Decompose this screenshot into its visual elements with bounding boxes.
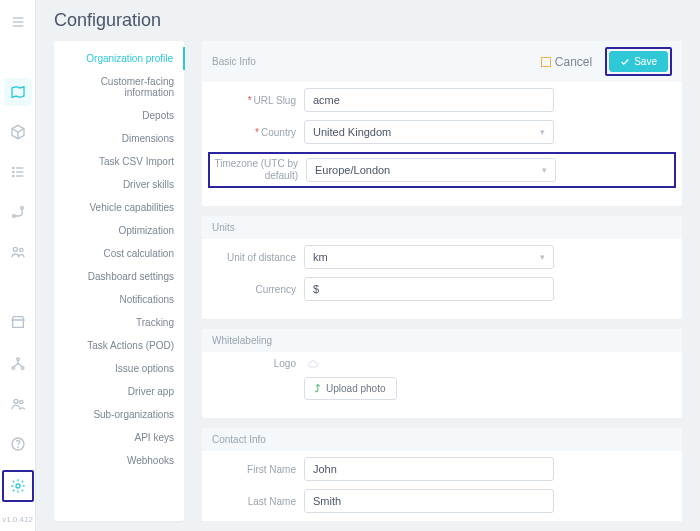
check-icon	[620, 57, 630, 67]
label-country: *Country	[212, 127, 296, 138]
tab-driver-skills[interactable]: Driver skills	[54, 173, 184, 196]
section-title-basic: Basic Info	[212, 56, 532, 67]
route-icon[interactable]	[4, 198, 32, 226]
config-tabs: Organization profile Customer-facing inf…	[54, 41, 184, 521]
tab-task-csv[interactable]: Task CSV Import	[54, 150, 184, 173]
svg-point-17	[21, 367, 24, 370]
svg-marker-3	[12, 87, 24, 98]
svg-point-18	[14, 400, 18, 404]
label-currency: Currency	[212, 284, 296, 295]
upload-icon: ⤴	[315, 383, 320, 394]
tab-organization-profile[interactable]: Organization profile	[54, 47, 185, 70]
section-whitelabeling: Whitelabeling Logo ⤴ Upload photo	[202, 329, 682, 418]
cancel-button[interactable]: Cancel	[532, 51, 601, 73]
chevron-down-icon: ▾	[540, 252, 545, 262]
help-icon[interactable]	[4, 430, 32, 458]
tab-depots[interactable]: Depots	[54, 104, 184, 127]
label-unit-distance: Unit of distance	[212, 252, 296, 263]
svg-point-16	[12, 367, 15, 370]
tab-api-keys[interactable]: API keys	[54, 426, 184, 449]
org-icon[interactable]	[4, 350, 32, 378]
svg-point-15	[16, 358, 19, 361]
svg-point-7	[12, 171, 13, 172]
label-logo: Logo	[212, 358, 296, 369]
svg-point-9	[12, 175, 13, 176]
drivers-icon[interactable]	[4, 238, 32, 266]
svg-point-5	[12, 167, 13, 168]
save-button[interactable]: Save	[609, 51, 668, 72]
country-select[interactable]: United Kingdom ▾	[304, 120, 554, 144]
cancel-icon	[541, 57, 551, 67]
chevron-down-icon: ▾	[542, 165, 547, 175]
url-slug-input[interactable]	[304, 88, 554, 112]
label-url-slug: *URL Slug	[212, 95, 296, 106]
svg-point-19	[19, 401, 22, 404]
section-units: Units Unit of distance km ▾ Currency	[202, 216, 682, 319]
tab-notifications[interactable]: Notifications	[54, 288, 184, 311]
menu-icon[interactable]	[4, 8, 32, 36]
currency-input[interactable]	[304, 277, 554, 301]
list-icon[interactable]	[4, 158, 32, 186]
page-title: Configuration	[54, 10, 682, 31]
svg-point-13	[13, 247, 17, 251]
svg-point-22	[16, 484, 20, 488]
section-contact-info: Contact Info First Name Last Name E-mail	[202, 428, 682, 521]
tab-task-actions[interactable]: Task Actions (POD)	[54, 334, 184, 357]
box-icon[interactable]	[4, 118, 32, 146]
svg-point-21	[17, 447, 18, 448]
iconbar: v1.0.412	[0, 0, 36, 531]
store-icon[interactable]	[4, 308, 32, 336]
tab-dimensions[interactable]: Dimensions	[54, 127, 184, 150]
section-title-whitelabel: Whitelabeling	[212, 335, 672, 346]
svg-point-11	[12, 215, 15, 218]
tab-driver-app[interactable]: Driver app	[54, 380, 184, 403]
users-icon[interactable]	[4, 390, 32, 418]
content: Basic Info Cancel Save *URL Slug	[184, 41, 682, 521]
gear-icon[interactable]	[4, 472, 32, 500]
section-title-units: Units	[212, 222, 672, 233]
tab-dashboard-settings[interactable]: Dashboard settings	[54, 265, 184, 288]
tab-vehicle-caps[interactable]: Vehicle capabilities	[54, 196, 184, 219]
svg-point-14	[19, 248, 22, 251]
section-title-contact: Contact Info	[212, 434, 672, 445]
version-label: v1.0.412	[2, 516, 33, 525]
main: Configuration Organization profile Custo…	[36, 0, 700, 531]
tab-webhooks[interactable]: Webhooks	[54, 449, 184, 472]
tab-cost-calc[interactable]: Cost calculation	[54, 242, 184, 265]
chevron-down-icon: ▾	[540, 127, 545, 137]
tab-sub-orgs[interactable]: Sub-organizations	[54, 403, 184, 426]
svg-point-12	[20, 207, 23, 210]
section-basic-info: Basic Info Cancel Save *URL Slug	[202, 41, 682, 206]
upload-photo-button[interactable]: ⤴ Upload photo	[304, 377, 397, 400]
map-icon[interactable]	[4, 78, 32, 106]
timezone-select[interactable]: Europe/London ▾	[306, 158, 556, 182]
label-last-name: Last Name	[212, 496, 296, 507]
unit-distance-select[interactable]: km ▾	[304, 245, 554, 269]
tab-issue-options[interactable]: Issue options	[54, 357, 184, 380]
label-first-name: First Name	[212, 464, 296, 475]
tab-optimization[interactable]: Optimization	[54, 219, 184, 242]
first-name-input[interactable]	[304, 457, 554, 481]
label-timezone: Timezone (UTC by default)	[214, 158, 298, 182]
tab-tracking[interactable]: Tracking	[54, 311, 184, 334]
cloud-icon	[304, 358, 322, 370]
tab-customer-facing[interactable]: Customer-facing information	[54, 70, 184, 104]
last-name-input[interactable]	[304, 489, 554, 513]
